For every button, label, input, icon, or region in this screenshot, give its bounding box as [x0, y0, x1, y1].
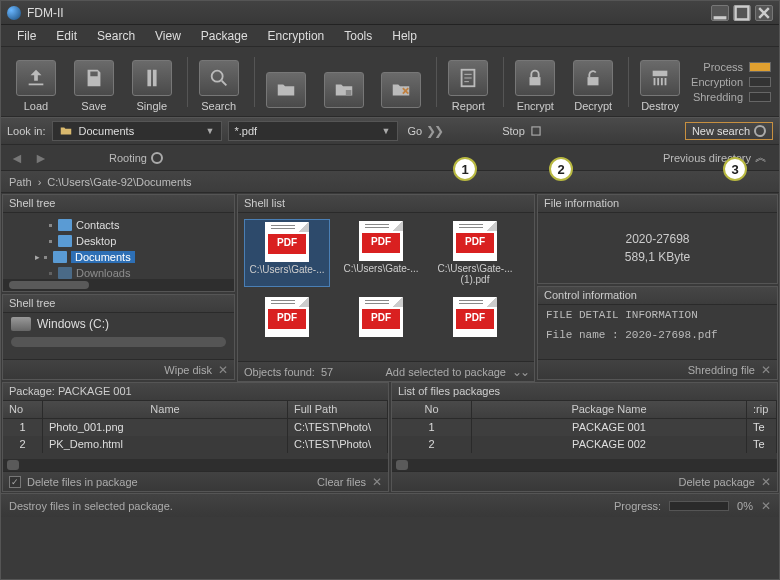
menu-package[interactable]: Package [191, 27, 258, 45]
progress-bar [669, 501, 729, 511]
cancel-progress-button[interactable]: ✕ [761, 499, 771, 513]
rooting-button[interactable]: Rooting [105, 150, 167, 166]
main-area: Shell tree Contacts Desktop ▸ Documents … [1, 193, 779, 381]
menu-edit[interactable]: Edit [46, 27, 87, 45]
h-scrollbar[interactable] [3, 459, 388, 471]
x-icon: ✕ [372, 475, 382, 489]
toolbar-decrypt[interactable]: Decrypt [566, 52, 620, 112]
file-item[interactable]: PDFC:\Users\Gate-... (1).pdf [432, 219, 518, 287]
toolbar: Load Save Single Search Report Encrypt D… [1, 47, 779, 117]
wipe-disk-button[interactable]: Wipe disk [164, 364, 212, 376]
menu-help[interactable]: Help [382, 27, 427, 45]
add-to-package-button[interactable]: Add selected to package [386, 366, 506, 378]
drive-item[interactable]: Windows (C:) [3, 313, 234, 335]
menu-search[interactable]: Search [87, 27, 145, 45]
toolbar-single[interactable]: Single [125, 52, 179, 112]
folder-icon [53, 251, 67, 263]
menu-view[interactable]: View [145, 27, 191, 45]
x-icon: ✕ [761, 475, 771, 489]
toolbar-folder-save[interactable] [317, 52, 371, 112]
lock-icon [515, 60, 555, 96]
h-scrollbar[interactable] [3, 279, 234, 291]
toolbar-destroy[interactable]: Destroy [633, 52, 687, 112]
menu-encryption[interactable]: Encryption [258, 27, 335, 45]
detail-line: File name : 2020-27698.pdf [538, 325, 777, 345]
close-button[interactable] [755, 5, 773, 21]
toolbar-save[interactable]: Save [67, 52, 121, 112]
toolbar-load[interactable]: Load [9, 52, 63, 112]
svg-rect-2 [147, 69, 151, 86]
clear-files-button[interactable]: Clear files [317, 476, 366, 488]
new-search-button[interactable]: New search [685, 122, 773, 140]
file-item[interactable]: PDFC:\Users\Gate-... [244, 219, 330, 287]
table-row[interactable]: 1PACKAGE 001Te [392, 419, 777, 436]
toolbar-search[interactable]: Search [192, 52, 246, 112]
progress-label: Progress: [614, 500, 661, 512]
svg-rect-10 [532, 127, 540, 135]
search-bar: Look in: Documents ▼ *.pdf ▼ Go ❯❯ Stop … [1, 117, 779, 145]
toolbar-encrypt[interactable]: Encrypt [508, 52, 562, 112]
table-row[interactable]: 2PACKAGE 002Te [392, 436, 777, 453]
bottom-tables: Package: PACKAGE 001 No Name Full Path 1… [1, 381, 779, 493]
delete-files-label: Delete files in package [27, 476, 138, 488]
toolbar-report[interactable]: Report [441, 52, 495, 112]
go-button[interactable]: Go ❯❯ [404, 122, 447, 140]
objects-found-count: 57 [321, 366, 333, 378]
pdf-icon: PDF [265, 222, 309, 262]
maximize-button[interactable] [733, 5, 751, 21]
lookin-label: Look in: [7, 125, 46, 137]
minimize-button[interactable] [711, 5, 729, 21]
menu-bar: File Edit Search View Package Encryption… [1, 25, 779, 47]
tree-view[interactable]: Contacts Desktop ▸ Documents Downloads [3, 213, 234, 279]
encryption-led [749, 77, 771, 87]
forward-button[interactable]: ► [33, 150, 49, 166]
shred-icon [640, 60, 680, 96]
filter-dropdown[interactable]: *.pdf ▼ [228, 121, 398, 141]
unlock-icon [573, 60, 613, 96]
file-item[interactable]: PDFC:\Users\Gate-... [338, 219, 424, 287]
shredding-led [749, 92, 771, 102]
menu-tools[interactable]: Tools [334, 27, 382, 45]
delete-package-button[interactable]: Delete package [679, 476, 755, 488]
menu-file[interactable]: File [7, 27, 46, 45]
tree-item-documents[interactable]: ▸ Documents [9, 249, 228, 265]
file-item[interactable]: PDF [244, 295, 330, 341]
path-label: Path [9, 176, 32, 188]
h-scrollbar[interactable] [392, 459, 777, 471]
save-icon [74, 60, 114, 96]
file-item[interactable]: PDF [432, 295, 518, 341]
shredding-file-button[interactable]: Shredding file [688, 364, 755, 376]
path-bar: Path › C:\Users\Gate-92\Documents [1, 171, 779, 193]
file-grid[interactable]: PDFC:\Users\Gate-... PDFC:\Users\Gate-..… [238, 213, 534, 361]
pdf-icon: PDF [265, 297, 309, 337]
pdf-icon: PDF [453, 297, 497, 337]
status-bar: Destroy files in selected package. Progr… [1, 493, 779, 517]
lookin-dropdown[interactable]: Documents ▼ [52, 121, 222, 141]
svg-point-4 [211, 70, 222, 81]
detail-heading: FILE DETAIL INFORMATION [538, 305, 777, 325]
drive-panel: Shell tree Windows (C:) Wipe disk✕ [2, 294, 235, 380]
back-button[interactable]: ◄ [9, 150, 25, 166]
app-title: FDM-II [27, 6, 64, 20]
svg-rect-3 [153, 69, 157, 86]
table-header: No Name Full Path [3, 401, 388, 419]
drive-usage-bar [11, 337, 226, 347]
panel-title: Shell tree [3, 295, 234, 313]
table-row[interactable]: 1Photo_001.pngC:\TEST\Photo\ [3, 419, 388, 436]
file-item[interactable]: PDF [338, 295, 424, 341]
table-row[interactable]: 2PK_Demo.htmlC:\TEST\Photo\ [3, 436, 388, 453]
toolbar-folder-open[interactable] [259, 52, 313, 112]
svg-rect-1 [736, 6, 749, 19]
callout-3: 3 [723, 157, 747, 181]
previous-directory-button[interactable]: Previous directory ︽ [659, 147, 771, 168]
stop-button[interactable]: Stop [498, 122, 547, 140]
stop-icon [529, 124, 543, 138]
delete-files-checkbox[interactable]: ✓ [9, 476, 21, 488]
svg-rect-5 [345, 90, 351, 96]
svg-rect-7 [530, 77, 541, 85]
x-icon: ✕ [761, 363, 771, 377]
folder-icon [58, 235, 72, 247]
x-icon: ✕ [218, 363, 228, 377]
file-info-panel: File information 2020-27698 589,1 KByte [537, 194, 778, 284]
toolbar-folder-delete[interactable] [375, 52, 429, 112]
